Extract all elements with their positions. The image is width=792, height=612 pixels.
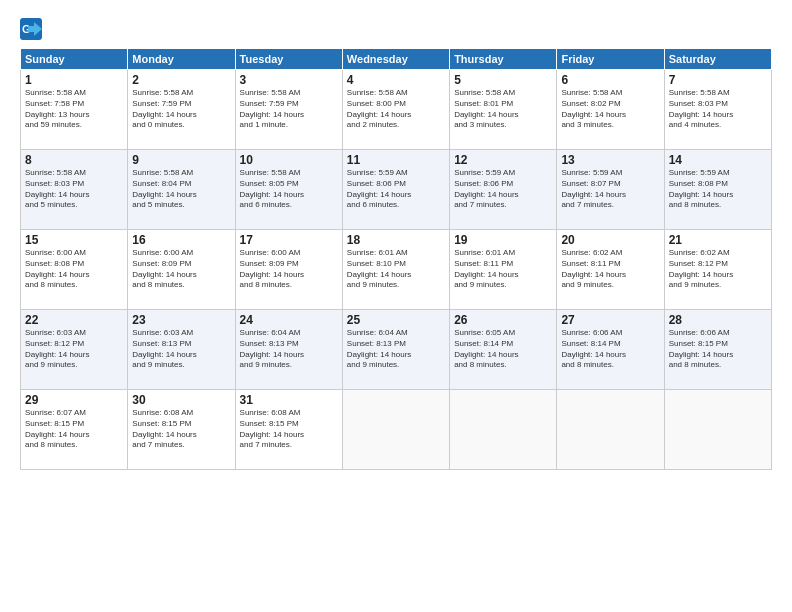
day-number: 7 <box>669 73 767 87</box>
day-info: Sunrise: 6:08 AMSunset: 8:15 PMDaylight:… <box>240 408 338 451</box>
day-number: 18 <box>347 233 445 247</box>
table-row: 22Sunrise: 6:03 AMSunset: 8:12 PMDayligh… <box>21 310 128 390</box>
day-info: Sunrise: 6:05 AMSunset: 8:14 PMDaylight:… <box>454 328 552 371</box>
day-info: Sunrise: 5:59 AMSunset: 8:08 PMDaylight:… <box>669 168 767 211</box>
day-number: 8 <box>25 153 123 167</box>
day-number: 19 <box>454 233 552 247</box>
table-row: 23Sunrise: 6:03 AMSunset: 8:13 PMDayligh… <box>128 310 235 390</box>
day-number: 6 <box>561 73 659 87</box>
day-info: Sunrise: 5:58 AMSunset: 8:01 PMDaylight:… <box>454 88 552 131</box>
calendar-table: Sunday Monday Tuesday Wednesday Thursday… <box>20 48 772 470</box>
day-info: Sunrise: 6:00 AMSunset: 8:09 PMDaylight:… <box>240 248 338 291</box>
calendar-row-2: 8Sunrise: 5:58 AMSunset: 8:03 PMDaylight… <box>21 150 772 230</box>
day-number: 30 <box>132 393 230 407</box>
day-info: Sunrise: 5:58 AMSunset: 8:05 PMDaylight:… <box>240 168 338 211</box>
day-number: 21 <box>669 233 767 247</box>
day-info: Sunrise: 6:06 AMSunset: 8:14 PMDaylight:… <box>561 328 659 371</box>
day-info: Sunrise: 5:58 AMSunset: 8:04 PMDaylight:… <box>132 168 230 211</box>
day-number: 13 <box>561 153 659 167</box>
logo-icon: G <box>20 18 42 40</box>
day-number: 20 <box>561 233 659 247</box>
day-info: Sunrise: 6:00 AMSunset: 8:09 PMDaylight:… <box>132 248 230 291</box>
day-info: Sunrise: 6:02 AMSunset: 8:12 PMDaylight:… <box>669 248 767 291</box>
col-sunday: Sunday <box>21 49 128 70</box>
day-info: Sunrise: 5:59 AMSunset: 8:06 PMDaylight:… <box>347 168 445 211</box>
table-row: 12Sunrise: 5:59 AMSunset: 8:06 PMDayligh… <box>450 150 557 230</box>
table-row: 8Sunrise: 5:58 AMSunset: 8:03 PMDaylight… <box>21 150 128 230</box>
calendar-row-1: 1Sunrise: 5:58 AMSunset: 7:58 PMDaylight… <box>21 70 772 150</box>
table-row: 21Sunrise: 6:02 AMSunset: 8:12 PMDayligh… <box>664 230 771 310</box>
day-number: 23 <box>132 313 230 327</box>
table-row <box>450 390 557 470</box>
day-info: Sunrise: 5:58 AMSunset: 8:03 PMDaylight:… <box>25 168 123 211</box>
day-info: Sunrise: 6:07 AMSunset: 8:15 PMDaylight:… <box>25 408 123 451</box>
day-info: Sunrise: 6:01 AMSunset: 8:11 PMDaylight:… <box>454 248 552 291</box>
day-info: Sunrise: 5:58 AMSunset: 7:59 PMDaylight:… <box>132 88 230 131</box>
day-info: Sunrise: 6:04 AMSunset: 8:13 PMDaylight:… <box>347 328 445 371</box>
col-friday: Friday <box>557 49 664 70</box>
page: G Sunday Monday Tuesday Wednesday Thursd… <box>0 0 792 612</box>
table-row: 27Sunrise: 6:06 AMSunset: 8:14 PMDayligh… <box>557 310 664 390</box>
day-info: Sunrise: 6:01 AMSunset: 8:10 PMDaylight:… <box>347 248 445 291</box>
day-number: 22 <box>25 313 123 327</box>
day-number: 16 <box>132 233 230 247</box>
col-saturday: Saturday <box>664 49 771 70</box>
table-row: 10Sunrise: 5:58 AMSunset: 8:05 PMDayligh… <box>235 150 342 230</box>
col-thursday: Thursday <box>450 49 557 70</box>
day-number: 15 <box>25 233 123 247</box>
table-row: 1Sunrise: 5:58 AMSunset: 7:58 PMDaylight… <box>21 70 128 150</box>
day-number: 9 <box>132 153 230 167</box>
day-number: 5 <box>454 73 552 87</box>
day-number: 2 <box>132 73 230 87</box>
table-row: 24Sunrise: 6:04 AMSunset: 8:13 PMDayligh… <box>235 310 342 390</box>
table-row: 16Sunrise: 6:00 AMSunset: 8:09 PMDayligh… <box>128 230 235 310</box>
table-row: 5Sunrise: 5:58 AMSunset: 8:01 PMDaylight… <box>450 70 557 150</box>
day-number: 3 <box>240 73 338 87</box>
table-row: 9Sunrise: 5:58 AMSunset: 8:04 PMDaylight… <box>128 150 235 230</box>
table-row: 11Sunrise: 5:59 AMSunset: 8:06 PMDayligh… <box>342 150 449 230</box>
day-number: 27 <box>561 313 659 327</box>
table-row: 15Sunrise: 6:00 AMSunset: 8:08 PMDayligh… <box>21 230 128 310</box>
day-number: 1 <box>25 73 123 87</box>
day-info: Sunrise: 5:58 AMSunset: 7:58 PMDaylight:… <box>25 88 123 131</box>
calendar-row-4: 22Sunrise: 6:03 AMSunset: 8:12 PMDayligh… <box>21 310 772 390</box>
day-info: Sunrise: 5:58 AMSunset: 8:02 PMDaylight:… <box>561 88 659 131</box>
table-row: 26Sunrise: 6:05 AMSunset: 8:14 PMDayligh… <box>450 310 557 390</box>
table-row: 4Sunrise: 5:58 AMSunset: 8:00 PMDaylight… <box>342 70 449 150</box>
table-row: 6Sunrise: 5:58 AMSunset: 8:02 PMDaylight… <box>557 70 664 150</box>
day-number: 31 <box>240 393 338 407</box>
day-number: 14 <box>669 153 767 167</box>
day-info: Sunrise: 5:59 AMSunset: 8:07 PMDaylight:… <box>561 168 659 211</box>
col-wednesday: Wednesday <box>342 49 449 70</box>
table-row: 31Sunrise: 6:08 AMSunset: 8:15 PMDayligh… <box>235 390 342 470</box>
day-number: 12 <box>454 153 552 167</box>
col-monday: Monday <box>128 49 235 70</box>
table-row: 19Sunrise: 6:01 AMSunset: 8:11 PMDayligh… <box>450 230 557 310</box>
day-number: 10 <box>240 153 338 167</box>
day-number: 4 <box>347 73 445 87</box>
day-number: 29 <box>25 393 123 407</box>
table-row: 2Sunrise: 5:58 AMSunset: 7:59 PMDaylight… <box>128 70 235 150</box>
day-number: 25 <box>347 313 445 327</box>
table-row: 7Sunrise: 5:58 AMSunset: 8:03 PMDaylight… <box>664 70 771 150</box>
table-row <box>342 390 449 470</box>
calendar-header-row: Sunday Monday Tuesday Wednesday Thursday… <box>21 49 772 70</box>
calendar-row-5: 29Sunrise: 6:07 AMSunset: 8:15 PMDayligh… <box>21 390 772 470</box>
table-row: 3Sunrise: 5:58 AMSunset: 7:59 PMDaylight… <box>235 70 342 150</box>
day-number: 28 <box>669 313 767 327</box>
table-row: 20Sunrise: 6:02 AMSunset: 8:11 PMDayligh… <box>557 230 664 310</box>
table-row: 13Sunrise: 5:59 AMSunset: 8:07 PMDayligh… <box>557 150 664 230</box>
day-info: Sunrise: 6:02 AMSunset: 8:11 PMDaylight:… <box>561 248 659 291</box>
day-info: Sunrise: 6:00 AMSunset: 8:08 PMDaylight:… <box>25 248 123 291</box>
table-row <box>664 390 771 470</box>
header: G <box>20 18 772 40</box>
table-row <box>557 390 664 470</box>
col-tuesday: Tuesday <box>235 49 342 70</box>
day-info: Sunrise: 6:08 AMSunset: 8:15 PMDaylight:… <box>132 408 230 451</box>
day-info: Sunrise: 5:58 AMSunset: 8:03 PMDaylight:… <box>669 88 767 131</box>
day-info: Sunrise: 5:58 AMSunset: 7:59 PMDaylight:… <box>240 88 338 131</box>
table-row: 28Sunrise: 6:06 AMSunset: 8:15 PMDayligh… <box>664 310 771 390</box>
table-row: 25Sunrise: 6:04 AMSunset: 8:13 PMDayligh… <box>342 310 449 390</box>
day-info: Sunrise: 6:03 AMSunset: 8:12 PMDaylight:… <box>25 328 123 371</box>
logo: G <box>20 18 44 40</box>
